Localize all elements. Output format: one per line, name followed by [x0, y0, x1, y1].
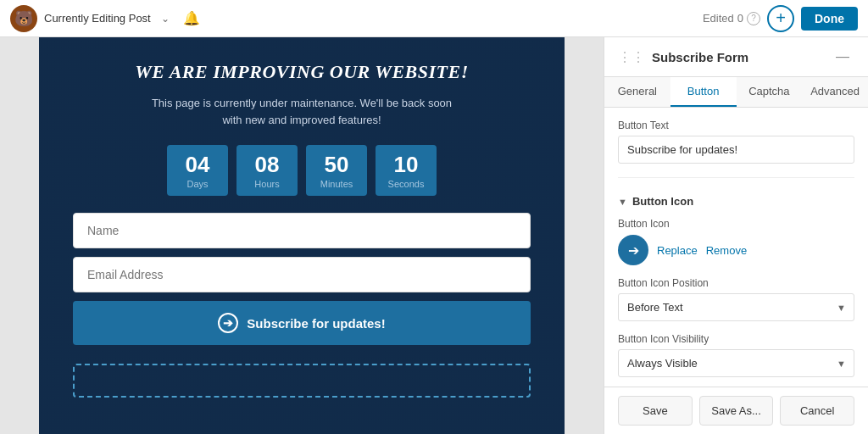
drop-zone[interactable] [73, 364, 531, 398]
edited-status: Edited 0 ? [703, 12, 760, 25]
panel-minimize-icon[interactable]: ― [831, 47, 854, 66]
done-button[interactable]: Done [801, 7, 858, 31]
email-input[interactable] [73, 257, 531, 292]
tab-advanced[interactable]: Advanced [802, 77, 868, 107]
icon-position-select-wrapper: Before Text After Text ▼ [618, 293, 854, 321]
button-icon-section: ▼ Button Icon Button Icon ➔ Replace Remo… [618, 192, 854, 265]
panel-body: Button Text ▼ Button Icon Button Icon ➔ … [604, 108, 868, 387]
days-label: Days [179, 179, 216, 189]
days-number: 04 [179, 153, 216, 175]
subscribe-button[interactable]: ➔ Subscribe for updates! [73, 301, 531, 345]
button-icon-label: Button Icon [618, 218, 854, 230]
remove-icon-link[interactable]: Remove [706, 244, 747, 257]
button-icon-section-label: Button Icon [632, 195, 693, 208]
seconds-number: 10 [387, 153, 425, 175]
hours-label: Hours [248, 179, 286, 189]
save-as-button[interactable]: Save As... [699, 396, 774, 426]
minutes-number: 50 [318, 153, 355, 175]
site-logo: 🐻 [10, 5, 37, 32]
topbar-title: Currently Editing Post [44, 12, 151, 25]
panel-header: ⋮⋮ Subscribe Form ― [604, 37, 868, 77]
save-button[interactable]: Save [618, 396, 693, 426]
topbar: 🐻 Currently Editing Post ⌄ 🔔 Edited 0 ? … [0, 0, 868, 37]
chevron-down-icon: ▼ [618, 197, 627, 207]
panel-title: Subscribe Form [652, 50, 748, 64]
minutes-label: Minutes [318, 179, 355, 189]
button-text-field: Button Text [618, 120, 854, 164]
topbar-chevron-icon[interactable]: ⌄ [161, 13, 170, 25]
icon-actions: Replace Remove [657, 244, 747, 257]
subscribe-form: ➔ Subscribe for updates! [73, 213, 531, 345]
countdown-seconds: 10 Seconds [376, 145, 437, 196]
icon-position-select[interactable]: Before Text After Text [618, 293, 854, 321]
cancel-button[interactable]: Cancel [780, 396, 854, 426]
tab-captcha[interactable]: Captcha [737, 77, 803, 107]
countdown-hours: 08 Hours [236, 145, 298, 196]
button-text-label: Button Text [618, 120, 854, 131]
tab-general[interactable]: General [604, 77, 670, 107]
panel-drag-handle-icon[interactable]: ⋮⋮ [618, 49, 645, 65]
seconds-label: Seconds [387, 179, 425, 189]
right-panel: ⋮⋮ Subscribe Form ― General Button Captc… [604, 37, 868, 434]
icon-visibility-select-wrapper: Always Visible On Hover Never ▼ [618, 349, 854, 377]
button-text-input[interactable] [618, 136, 854, 164]
divider-1 [618, 177, 854, 178]
page-title: We Are Improving Our Website! [135, 61, 469, 83]
icon-visibility-select[interactable]: Always Visible On Hover Never [618, 349, 854, 377]
subscribe-button-icon: ➔ [218, 313, 238, 333]
name-input[interactable] [73, 213, 531, 248]
tab-button[interactable]: Button [670, 77, 737, 107]
subscribe-button-label: Subscribe for updates! [247, 316, 385, 331]
icon-preview-circle: ➔ [618, 235, 648, 265]
button-icon-section-header[interactable]: ▼ Button Icon [618, 192, 854, 211]
main-area: We Are Improving Our Website! This page … [0, 37, 868, 434]
hours-number: 08 [248, 153, 286, 175]
icon-visibility-label: Button Icon Visibility [618, 333, 854, 345]
countdown-minutes: 50 Minutes [306, 145, 367, 196]
button-icon-field: Button Icon ➔ Replace Remove [618, 218, 854, 265]
icon-row: ➔ Replace Remove [618, 235, 854, 265]
preview-area: We Are Improving Our Website! This page … [0, 37, 604, 434]
preview-content: We Are Improving Our Website! This page … [39, 37, 565, 398]
panel-tabs: General Button Captcha Advanced [604, 77, 868, 108]
countdown-timer: 04 Days 08 Hours 50 Minutes 10 Seconds [167, 145, 437, 196]
edited-help-icon[interactable]: ? [747, 12, 760, 25]
panel-footer: Save Save As... Cancel [604, 387, 868, 434]
notification-bell-icon[interactable]: 🔔 [183, 10, 200, 26]
add-block-button[interactable]: + [767, 5, 794, 32]
icon-position-label: Button Icon Position [618, 277, 854, 289]
replace-icon-link[interactable]: Replace [657, 244, 698, 257]
icon-position-field: Button Icon Position Before Text After T… [618, 277, 854, 321]
page-subtitle: This page is currently under maintenance… [152, 95, 452, 128]
preview-frame: We Are Improving Our Website! This page … [39, 37, 565, 434]
icon-visibility-field: Button Icon Visibility Always Visible On… [618, 333, 854, 377]
countdown-days: 04 Days [167, 145, 228, 196]
